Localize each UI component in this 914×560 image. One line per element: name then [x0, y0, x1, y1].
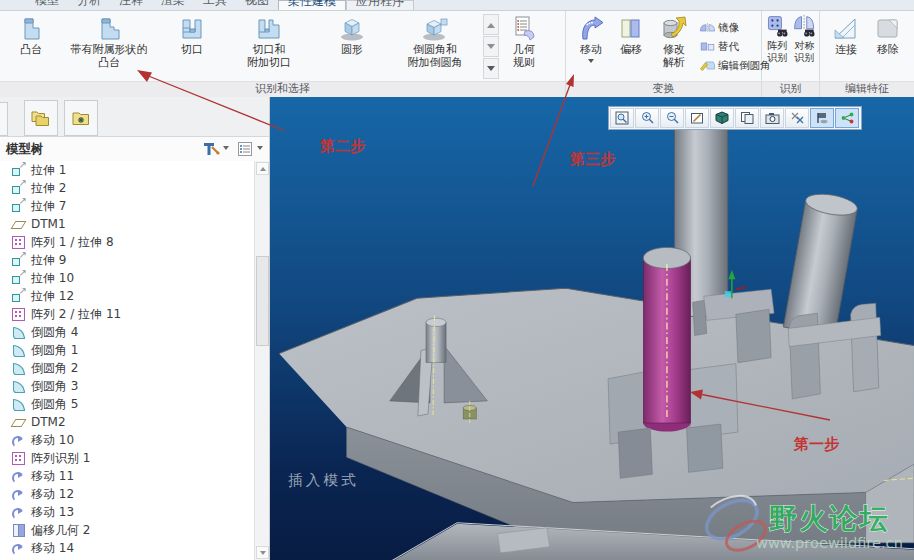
move-button[interactable]: 移动	[571, 13, 611, 79]
tree-item-label: 阵列识别 1	[31, 450, 90, 467]
offset-button[interactable]: 偏移	[611, 13, 651, 79]
saved-views-button[interactable]	[735, 108, 759, 128]
offset-icon	[616, 14, 646, 44]
tree-item-label: DTM2	[31, 415, 66, 429]
tree-item-label: 倒圆角 4	[31, 324, 78, 341]
tab-render[interactable]: 渲染	[152, 0, 194, 11]
tree-item[interactable]: 阵列 1 / 拉伸 8	[12, 233, 254, 251]
round-shape-button[interactable]: 圆形	[315, 13, 389, 79]
scroll-down-button[interactable]	[256, 546, 269, 559]
rounds-attached-button[interactable]: 倒圆角和 附加倒圆角	[389, 13, 481, 79]
view-toolbar	[608, 106, 862, 130]
tree-item-label: 偏移几何 2	[31, 522, 90, 539]
cut-button[interactable]: 切口	[161, 13, 223, 79]
offsetgeom-icon	[12, 523, 26, 537]
tree-item[interactable]: 拉伸 9	[12, 251, 254, 269]
move-dropdown-caret[interactable]	[588, 59, 594, 66]
remove-button[interactable]: 移除	[867, 13, 909, 79]
repaint-button[interactable]	[685, 108, 709, 128]
zoom-out-button[interactable]	[660, 108, 684, 128]
tree-display-icon	[237, 141, 254, 157]
zoom-in-icon	[640, 111, 655, 125]
datum-display-icon	[790, 111, 805, 125]
tree-scrollbar[interactable]	[254, 161, 269, 560]
tab-applications[interactable]: 应用程序	[346, 0, 414, 11]
navigator-tab-partial[interactable]	[0, 102, 8, 136]
navigator-tab-folders[interactable]	[24, 100, 58, 136]
symmetry-recognition-button[interactable]: 对称 识别	[791, 13, 818, 79]
tree-item[interactable]: 拉伸 1	[12, 161, 254, 179]
navigator-tab-favorites[interactable]	[64, 100, 98, 136]
scroll-up-button[interactable]	[256, 162, 269, 175]
tree-item[interactable]: 拉伸 10	[12, 269, 254, 287]
geometry-rules-button[interactable]: 几何 规则	[502, 13, 546, 79]
tree-item[interactable]: 拉伸 7	[12, 197, 254, 215]
annotation-display-button[interactable]	[810, 108, 834, 128]
tree-item[interactable]: DTM1	[12, 215, 254, 233]
tree-item[interactable]: 倒圆角 3	[12, 377, 254, 395]
pattern-icon	[12, 235, 26, 249]
tab-tools[interactable]: 工具	[194, 0, 236, 11]
tree-item[interactable]: 移动 10	[12, 431, 254, 449]
tree-item-label: 拉伸 1	[31, 162, 66, 179]
substitute-button[interactable]: 替代	[697, 37, 765, 56]
view-manager-button[interactable]	[760, 108, 784, 128]
substitute-icon	[699, 39, 716, 54]
edit-round-button[interactable]: 编辑倒圆角	[697, 56, 765, 75]
mirror-button[interactable]: 镜像	[697, 18, 765, 37]
gallery-scroll-up-button[interactable]	[483, 14, 499, 35]
gallery-scroll-down-button[interactable]	[483, 36, 499, 57]
tree-item[interactable]: 倒圆角 2	[12, 359, 254, 377]
tree-settings-button[interactable]	[203, 141, 229, 157]
tree-item-label: 倒圆角 5	[31, 396, 78, 413]
tab-annotate[interactable]: 注释	[110, 0, 152, 11]
boss-button[interactable]: 凸台	[5, 13, 57, 79]
tab-model[interactable]: 模型	[26, 0, 68, 11]
zoom-in-button[interactable]	[635, 108, 659, 128]
tree-settings-icon	[203, 141, 220, 157]
watermark-title: 野火论坛	[769, 502, 890, 535]
tree-item[interactable]: 倒圆角 4	[12, 323, 254, 341]
3d-canvas[interactable]: 野火论坛 www.proewildfire.cn 插入模式	[270, 97, 914, 560]
tree-item[interactable]: 阵列识别 1	[12, 449, 254, 467]
gallery-more-button[interactable]	[483, 58, 499, 79]
tree-item-label: 阵列 2 / 拉伸 11	[31, 306, 121, 323]
tree-item[interactable]: DTM2	[12, 413, 254, 431]
ribbon-group-recognition: 阵列 识别 对称 识别 识别	[762, 11, 820, 97]
display-style-button[interactable]	[710, 108, 734, 128]
boss-attached-button[interactable]: 带有附属形状的 凸台	[57, 13, 161, 79]
tree-item[interactable]: 拉伸 12	[12, 287, 254, 305]
scroll-thumb[interactable]	[256, 256, 269, 346]
cut-attached-button[interactable]: 切口和 附加切口	[223, 13, 315, 79]
tab-view[interactable]: 视图	[236, 0, 278, 11]
tree-item[interactable]: 移动 13	[12, 503, 254, 521]
tree-item[interactable]: 移动 14	[12, 539, 254, 557]
modify-analytic-button[interactable]: 修改 解析	[651, 13, 697, 79]
extrude-icon	[12, 199, 26, 213]
tree-item[interactable]: 拉伸 2	[12, 179, 254, 197]
round-icon	[12, 325, 26, 339]
model-tree-title: 模型树	[6, 141, 195, 158]
edit-round-icon	[699, 58, 716, 73]
watermark-url: www.proewildfire.cn	[756, 534, 903, 551]
attach-button[interactable]: 连接	[825, 13, 867, 79]
navigator-panel: 模型树 拉伸 1拉伸 2拉伸 7DTM1阵列 1 / 拉伸 8拉伸 9拉伸 10…	[0, 97, 270, 560]
tree-item[interactable]: 阵列 2 / 拉伸 11	[12, 305, 254, 323]
graphics-area[interactable]: 野火论坛 www.proewildfire.cn 插入模式	[270, 97, 914, 560]
tab-flexible-modeling[interactable]: 柔性建模	[278, 0, 346, 11]
zoom-out-icon	[665, 111, 680, 125]
tree-item[interactable]: 移动 12	[12, 485, 254, 503]
datum-display-button[interactable]	[785, 108, 809, 128]
tree-item[interactable]: 倒圆角 1	[12, 341, 254, 359]
tree-display-button[interactable]	[237, 141, 263, 157]
move-icon	[12, 505, 26, 519]
tree-item[interactable]: 移动 11	[12, 467, 254, 485]
tab-analysis[interactable]: 分析	[68, 0, 110, 11]
tree-item[interactable]: 偏移几何 2	[12, 521, 254, 539]
view-manager-icon	[765, 111, 780, 125]
spin-center-button[interactable]	[835, 108, 859, 128]
tree-item[interactable]: 倒圆角 5	[12, 395, 254, 413]
zoom-fit-button[interactable]	[610, 108, 634, 128]
tree-item-label: 移动 14	[31, 540, 74, 557]
pattern-recognition-button[interactable]: 阵列 识别	[764, 13, 791, 79]
